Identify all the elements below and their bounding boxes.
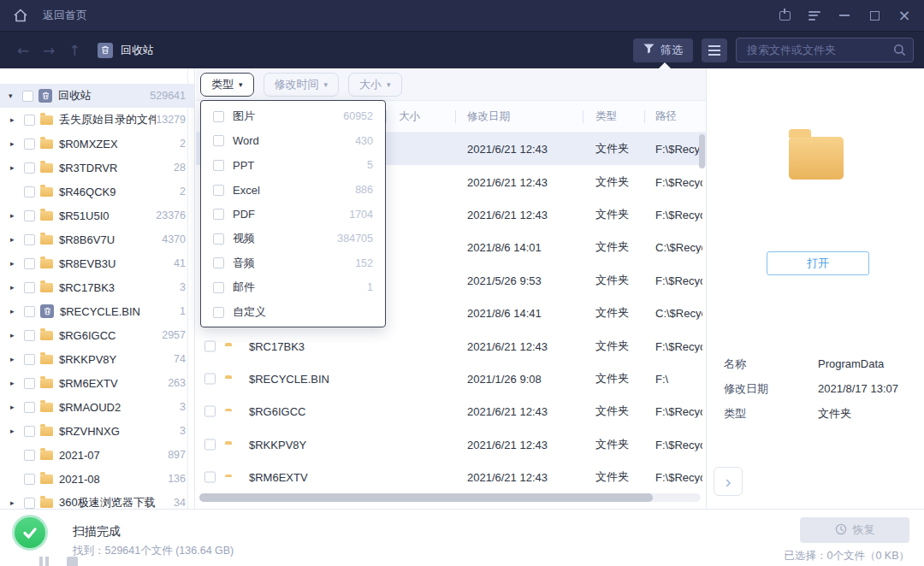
tree-item[interactable]: ▸ $R8EVB3U 41: [0, 251, 194, 275]
expand-arrow-icon[interactable]: ▸: [10, 211, 22, 220]
expand-arrow-icon[interactable]: ▸: [10, 259, 22, 268]
checkbox[interactable]: [204, 472, 216, 483]
tree-item[interactable]: $R46QCK9 2: [0, 180, 194, 203]
checkbox[interactable]: [24, 354, 35, 365]
type-filter-option[interactable]: Excel 886: [201, 178, 385, 203]
tree-item[interactable]: ▸ $RECYCLE.BIN 1: [0, 299, 194, 323]
expand-arrow-icon[interactable]: ▸: [10, 355, 22, 363]
checkbox[interactable]: [213, 209, 224, 220]
table-row[interactable]: $RG6IGCC 2021/6/21 12:43 文件夹 F:\$Recycle: [196, 395, 706, 427]
horizontal-scrollbar-thumb[interactable]: [199, 493, 653, 502]
checkbox[interactable]: [204, 439, 216, 450]
expand-arrow-icon[interactable]: ▸: [10, 331, 22, 339]
tree-item[interactable]: ▸ $R3TDRVR 28: [0, 156, 194, 180]
checkbox[interactable]: [24, 402, 35, 413]
minimize-button[interactable]: [837, 8, 852, 23]
tree-item[interactable]: ▸ 360极速浏览器下载 34: [0, 491, 194, 509]
checkbox[interactable]: [24, 162, 35, 174]
checkbox[interactable]: [24, 306, 35, 317]
type-filter-option[interactable]: PPT 5: [201, 153, 385, 178]
type-filter-option[interactable]: 邮件 1: [201, 275, 385, 300]
tree-item[interactable]: ▸ $RC17BK3 3: [0, 275, 194, 299]
table-row[interactable]: $RM6EXTV 2021/6/21 12:43 文件夹 F:\$Recycle: [196, 461, 706, 493]
table-row[interactable]: $RC17BK3 2021/6/21 12:43 文件夹 F:\$Recycle: [196, 329, 706, 362]
checkbox[interactable]: [213, 307, 224, 318]
checkbox[interactable]: [24, 498, 35, 509]
back-arrow-button[interactable]: ←: [10, 42, 36, 59]
tree-item[interactable]: ▸ $RZVHNXG 3: [0, 419, 194, 443]
maximize-button[interactable]: [867, 8, 882, 23]
expand-arrow-icon[interactable]: ▸: [10, 403, 22, 411]
table-row[interactable]: $RECYCLE.BIN 2021/1/26 9:08 文件夹 F:\: [196, 363, 706, 395]
checkbox[interactable]: [204, 340, 216, 351]
type-filter-dropdown[interactable]: 类型▾: [200, 73, 254, 97]
tree-root-recycle-bin[interactable]: ▾ 回收站 529641: [0, 84, 194, 108]
tree-item[interactable]: 2021-07 897: [0, 443, 194, 467]
checkbox[interactable]: [24, 474, 35, 485]
tree-item[interactable]: ▸ $RG6IGCC 2957: [0, 323, 194, 347]
tree-item[interactable]: ▸ $RKKPV8Y 74: [0, 347, 194, 371]
checkbox[interactable]: [204, 373, 216, 384]
forward-arrow-button[interactable]: →: [36, 42, 62, 59]
collapse-arrow-icon[interactable]: ▾: [9, 91, 21, 100]
tree-item[interactable]: ▸ 丢失原始目录的文件 13279: [0, 108, 194, 132]
search-input[interactable]: [736, 38, 914, 62]
checkbox[interactable]: [213, 160, 224, 171]
expand-arrow-icon[interactable]: ▸: [10, 163, 22, 172]
checkbox[interactable]: [24, 426, 35, 437]
view-menu-button[interactable]: [702, 38, 727, 62]
checkbox[interactable]: [213, 233, 224, 245]
filter-button[interactable]: 筛选: [633, 38, 693, 62]
expand-arrow-icon[interactable]: ▸: [10, 235, 22, 244]
size-filter-dropdown[interactable]: 大小▾: [348, 73, 402, 97]
expand-arrow-icon[interactable]: ▸: [10, 139, 22, 148]
checkbox[interactable]: [24, 330, 35, 341]
date-filter-dropdown[interactable]: 修改时间▾: [264, 73, 340, 97]
open-button[interactable]: 打开: [767, 251, 869, 275]
home-icon[interactable]: [12, 7, 29, 24]
checkbox[interactable]: [24, 139, 35, 150]
checkbox[interactable]: [213, 282, 224, 293]
checkbox[interactable]: [213, 185, 224, 196]
back-home-button[interactable]: 返回首页: [43, 8, 87, 23]
tree-item[interactable]: ▸ $RMAOUD2 3: [0, 395, 194, 419]
type-filter-option[interactable]: 图片 60952: [201, 104, 385, 129]
stop-icon[interactable]: [67, 557, 78, 566]
recover-button[interactable]: 恢复: [800, 517, 909, 543]
tree-item[interactable]: 2021-08 136: [0, 467, 194, 491]
column-header-size[interactable]: 大小: [399, 109, 420, 124]
checkbox[interactable]: [24, 186, 35, 198]
checkbox[interactable]: [24, 115, 35, 126]
column-header-type[interactable]: 类型: [595, 109, 617, 124]
expand-arrow-icon[interactable]: ▸: [10, 498, 22, 507]
type-filter-option[interactable]: Word 430: [201, 129, 385, 154]
checkbox[interactable]: [24, 282, 35, 293]
menu-lines-icon[interactable]: [807, 8, 822, 23]
checkbox[interactable]: [213, 257, 224, 268]
feedback-icon[interactable]: [777, 8, 792, 23]
tree-item[interactable]: ▸ $R0MXZEX 2: [0, 132, 194, 156]
tree-item[interactable]: ▸ $R51U5I0 23376: [0, 203, 194, 227]
checkbox[interactable]: [24, 378, 35, 389]
checkbox[interactable]: [213, 135, 224, 146]
type-filter-option[interactable]: 自定义: [201, 300, 385, 325]
checkbox[interactable]: [24, 210, 35, 221]
pause-icon[interactable]: [39, 557, 49, 566]
search-icon[interactable]: [893, 44, 906, 60]
type-filter-option[interactable]: 音频 152: [201, 251, 385, 276]
checkbox[interactable]: [24, 234, 35, 245]
expand-arrow-icon[interactable]: ▸: [10, 307, 22, 315]
expand-arrow-icon[interactable]: ▸: [10, 115, 22, 124]
collapse-panel-button[interactable]: ›: [714, 467, 743, 496]
tree-item[interactable]: ▸ $RM6EXTV 263: [0, 371, 194, 395]
expand-arrow-icon[interactable]: ▸: [10, 379, 22, 387]
column-header-path[interactable]: 路径: [655, 109, 677, 124]
checkbox[interactable]: [22, 91, 33, 102]
horizontal-scrollbar-track[interactable]: [199, 493, 701, 502]
checkbox[interactable]: [24, 450, 35, 461]
checkbox[interactable]: [213, 111, 224, 122]
expand-arrow-icon[interactable]: ▸: [10, 283, 22, 292]
type-filter-option[interactable]: 视频 384705: [201, 227, 385, 251]
checkbox[interactable]: [24, 258, 35, 269]
type-filter-option[interactable]: PDF 1704: [201, 202, 385, 227]
